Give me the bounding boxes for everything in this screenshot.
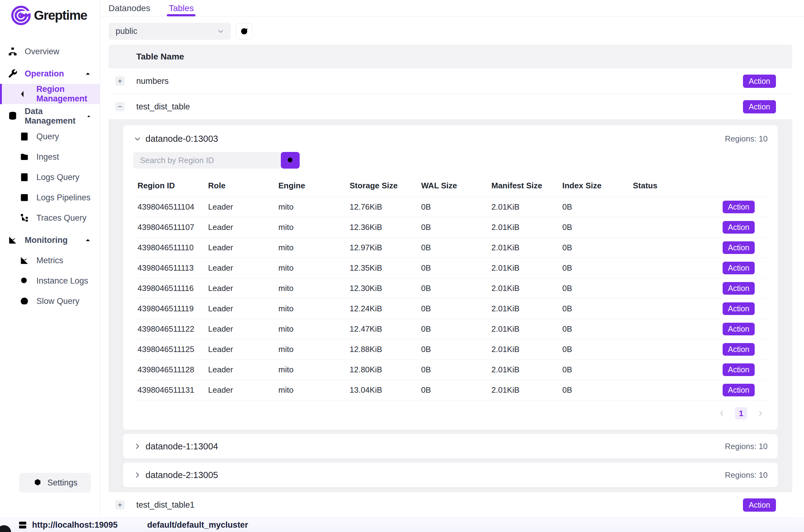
sidebar-section-data-management[interactable]: Data Management: [0, 106, 100, 126]
chevron-up-icon[interactable]: [84, 236, 92, 244]
schema-select[interactable]: public: [109, 23, 231, 40]
sidebar-section-monitoring[interactable]: Monitoring: [0, 230, 100, 250]
gauge-icon: [19, 296, 30, 306]
region-cell-status: [629, 258, 709, 278]
cluster-selector[interactable]: default/default_mycluster: [147, 520, 248, 530]
expand-button[interactable]: +: [115, 76, 125, 86]
collapse-button[interactable]: −: [115, 102, 125, 111]
table-name: test_dist_table: [136, 102, 190, 112]
chevron-up-icon[interactable]: [84, 70, 92, 78]
region-cell-wal_size: 0B: [417, 238, 487, 258]
region-row: 4398046511104Leadermito12.76KiB0B2.01KiB…: [133, 197, 768, 217]
sidebar-item-label: Slow Query: [36, 297, 79, 306]
region-cell-region_id: 4398046511122: [133, 319, 204, 339]
region-cell-engine: mito: [274, 258, 345, 278]
datanode-card-2[interactable]: datanode-2:13005 Regions: 10: [123, 463, 778, 487]
region-search-input[interactable]: [133, 152, 282, 169]
region-search-button[interactable]: [281, 152, 300, 169]
region-action-button[interactable]: Action: [723, 323, 755, 335]
wrench-icon: [7, 69, 18, 79]
region-action-button[interactable]: Action: [723, 302, 755, 315]
sidebar-item-overview[interactable]: Overview: [0, 41, 100, 62]
sidebar-item-region-management[interactable]: Region Management: [0, 84, 100, 104]
region-cell-manifest_size: 2.01KiB: [487, 197, 558, 217]
sidebar-item-label: Region Management: [36, 84, 100, 103]
region-cell-index_size: 0B: [558, 319, 629, 339]
region-action-cell: Action: [709, 319, 768, 339]
region-cell-manifest_size: 2.01KiB: [487, 238, 558, 258]
document-pen-icon: [19, 172, 30, 183]
settings-button[interactable]: Settings: [19, 473, 91, 493]
chevron-right-icon[interactable]: [133, 442, 142, 451]
region-action-button[interactable]: Action: [723, 241, 755, 254]
chevron-right-icon[interactable]: [133, 471, 142, 479]
sidebar-item-label: Logs Pipelines: [36, 193, 91, 203]
region-cell-wal_size: 0B: [417, 217, 487, 238]
sidebar-item-metrics[interactable]: Metrics: [0, 250, 100, 271]
region-cell-manifest_size: 2.01KiB: [487, 380, 558, 400]
region-action-button[interactable]: Action: [723, 201, 755, 213]
region-cell-status: [629, 380, 709, 400]
sidebar-item-query[interactable]: Query: [0, 126, 100, 147]
region-cell-region_id: 4398046511110: [133, 238, 204, 258]
region-row: 4398046511128Leadermito12.80KiB0B2.01KiB…: [133, 360, 768, 380]
refresh-button[interactable]: [236, 23, 252, 40]
sidebar-section-operation[interactable]: Operation: [0, 63, 100, 84]
region-action-button[interactable]: Action: [723, 221, 755, 234]
regions-count: Regions: 10: [725, 442, 768, 451]
pagination: 1: [133, 400, 768, 427]
region-action-button[interactable]: Action: [723, 363, 755, 376]
datanode-card-1[interactable]: datanode-1:13004 Regions: 10: [123, 434, 778, 459]
tab-tables[interactable]: Tables: [169, 0, 194, 16]
region-cell-index_size: 0B: [558, 339, 629, 360]
region-action-button[interactable]: Action: [723, 282, 755, 294]
region-cell-index_size: 0B: [558, 278, 629, 299]
region-cell-wal_size: 0B: [417, 197, 487, 217]
region-cell-engine: mito: [274, 360, 345, 380]
region-action-button[interactable]: Action: [723, 262, 755, 274]
region-cell-status: [629, 197, 709, 217]
region-cell-status: [629, 238, 709, 258]
sidebar-item-traces-query[interactable]: Traces Query: [0, 208, 100, 228]
sliders-icon: [19, 192, 30, 203]
table-action-button[interactable]: Action: [743, 100, 776, 113]
datanode-header[interactable]: datanode-0:13003 Regions: 10: [133, 125, 768, 144]
server-url[interactable]: http://localhost:19095: [18, 520, 118, 530]
sidebar-item-label: Overview: [25, 47, 59, 56]
table-row-numbers: + numbers Action: [109, 69, 792, 94]
region-row: 4398046511110Leadermito12.97KiB0B2.01KiB…: [133, 238, 768, 258]
table-action-button[interactable]: Action: [743, 75, 776, 88]
column-header-status: Status: [629, 176, 709, 197]
sidebar-item-slow-query[interactable]: Slow Query: [0, 291, 100, 311]
region-cell-storage_size: 12.30KiB: [345, 278, 417, 299]
table-name: test_dist_table1: [136, 500, 194, 510]
table-action-button[interactable]: Action: [743, 498, 776, 512]
chevron-up-icon[interactable]: [86, 112, 92, 120]
region-action-button[interactable]: Action: [723, 384, 755, 396]
chevron-left-icon[interactable]: [718, 409, 726, 417]
datanode-title: datanode-0:13003: [146, 134, 218, 144]
sidebar-item-instance-logs[interactable]: Instance Logs: [0, 271, 100, 291]
region-cell-index_size: 0B: [558, 380, 629, 400]
search-icon: [286, 156, 295, 165]
region-cell-engine: mito: [274, 278, 345, 299]
sidebar-item-logs-pipelines[interactable]: Logs Pipelines: [0, 187, 100, 208]
region-cell-wal_size: 0B: [417, 380, 487, 400]
region-cell-engine: mito: [274, 299, 345, 319]
region-cell-index_size: 0B: [558, 238, 629, 258]
chevron-down-icon[interactable]: [133, 135, 142, 143]
sidebar-item-ingest[interactable]: Ingest: [0, 147, 100, 167]
tab-label: Datanodes: [109, 3, 150, 13]
region-cell-role: Leader: [204, 380, 274, 400]
brand-logo[interactable]: Greptime: [0, 0, 100, 28]
chevron-right-icon[interactable]: [757, 409, 765, 417]
region-cell-status: [629, 217, 709, 238]
sitemap-icon: [7, 46, 18, 57]
expand-button[interactable]: +: [115, 500, 125, 510]
sidebar-item-logs-query[interactable]: Logs Query: [0, 167, 100, 187]
tab-datanodes[interactable]: Datanodes: [109, 0, 150, 16]
server-url-text: http://localhost:19095: [32, 520, 118, 530]
region-table-header-row: Region IDRoleEngineStorage SizeWAL SizeM…: [133, 176, 768, 197]
page-number[interactable]: 1: [735, 407, 747, 419]
region-action-button[interactable]: Action: [723, 343, 755, 356]
